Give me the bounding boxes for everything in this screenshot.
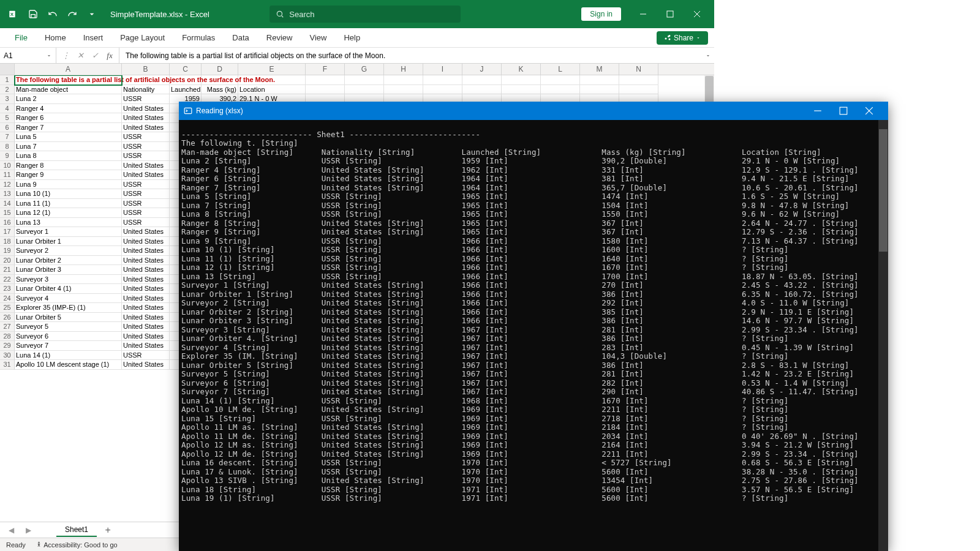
cell[interactable] [619, 75, 658, 85]
cell[interactable] [345, 75, 384, 85]
tab-data[interactable]: Data [224, 29, 257, 46]
cell[interactable]: United States [122, 265, 170, 275]
col-header-N[interactable]: N [619, 64, 658, 75]
row-header[interactable]: 11 [0, 170, 15, 180]
cell[interactable]: Luna 12 (1) [15, 208, 122, 218]
cell[interactable] [345, 85, 384, 95]
row-header[interactable]: 9 [0, 151, 15, 161]
cell[interactable] [306, 75, 345, 85]
row-header[interactable]: 22 [0, 275, 15, 285]
cell[interactable]: Luna 2 [15, 94, 122, 104]
row-header[interactable]: 18 [0, 237, 15, 247]
row-header[interactable]: 17 [0, 227, 15, 237]
cell[interactable]: Lunar Orbiter 3 [15, 265, 122, 275]
cell[interactable]: Luna 9 [15, 180, 122, 190]
col-header-C[interactable]: C [170, 64, 202, 75]
cell[interactable]: Lunar Orbiter 1 [15, 237, 122, 247]
cell[interactable]: Nationality [122, 85, 170, 95]
row-header[interactable]: 26 [0, 313, 15, 323]
cell[interactable]: USSR [122, 208, 170, 218]
row-header[interactable]: 3 [0, 94, 15, 104]
col-header-A[interactable]: A [15, 64, 122, 75]
add-sheet-button[interactable]: + [102, 524, 114, 536]
cell[interactable] [502, 75, 541, 85]
sheet-prev-icon[interactable]: ◀ [5, 524, 17, 536]
row-header[interactable]: 15 [0, 208, 15, 218]
cell[interactable]: United States [122, 256, 170, 266]
cell[interactable]: Ranger 4 [15, 104, 122, 114]
cell[interactable]: USSR [122, 142, 170, 152]
cell[interactable]: USSR [122, 189, 170, 199]
qat-dropdown-icon[interactable] [83, 6, 100, 23]
col-header-K[interactable]: K [502, 64, 541, 75]
tab-view[interactable]: View [301, 29, 335, 46]
cell[interactable] [423, 85, 462, 95]
cell[interactable] [423, 75, 462, 85]
cell[interactable]: Ranger 8 [15, 161, 122, 171]
tab-review[interactable]: Review [258, 29, 301, 46]
cell[interactable]: USSR [122, 151, 170, 161]
cancel-icon[interactable]: ✕ [74, 49, 87, 62]
cell[interactable]: USSR [122, 132, 170, 142]
excel-logo-icon[interactable]: X [5, 6, 22, 23]
row-header[interactable]: 12 [0, 180, 15, 190]
cell[interactable]: Luna 13 [15, 218, 122, 228]
cell[interactable]: USSR [122, 94, 170, 104]
sheet-next-icon[interactable]: ▶ [22, 524, 34, 536]
undo-icon[interactable] [44, 6, 61, 23]
maximize-button[interactable] [658, 6, 682, 23]
tab-insert[interactable]: Insert [75, 29, 112, 46]
cell[interactable]: Luna 7 [15, 142, 122, 152]
cell[interactable]: United States [122, 170, 170, 180]
cell[interactable]: Luna 11 (1) [15, 199, 122, 209]
col-header-E[interactable]: E [238, 64, 306, 75]
cell[interactable]: United States [122, 123, 170, 133]
row-header[interactable]: 28 [0, 332, 15, 342]
row-header[interactable]: 6 [0, 123, 15, 133]
formula-dropdown-icon[interactable]: ⋮ [59, 49, 72, 62]
share-button[interactable]: Share [657, 31, 708, 45]
cell[interactable]: United States [122, 113, 170, 123]
cell[interactable]: United States [122, 294, 170, 304]
col-header-G[interactable]: G [345, 64, 384, 75]
cell[interactable] [580, 85, 619, 95]
save-icon[interactable] [24, 6, 42, 23]
cell[interactable] [580, 75, 619, 85]
name-box[interactable]: A1 [0, 48, 56, 63]
signin-button[interactable]: Sign in [581, 7, 621, 21]
row-header[interactable]: 20 [0, 256, 15, 266]
cell[interactable]: Lunar Orbiter 2 [15, 256, 122, 266]
close-button[interactable] [685, 6, 709, 23]
cell[interactable]: Luna 8 [15, 151, 122, 161]
row-header[interactable]: 21 [0, 265, 15, 275]
tab-help[interactable]: Help [335, 29, 369, 46]
cell[interactable]: Ranger 6 [15, 113, 122, 123]
cell[interactable]: Luna 10 (1) [15, 189, 122, 199]
tab-file[interactable]: File [6, 29, 36, 46]
cell[interactable]: Lunar Orbiter 4 (1) [15, 284, 122, 294]
row-header[interactable]: 25 [0, 303, 15, 313]
col-header-H[interactable]: H [384, 64, 423, 75]
col-header-F[interactable]: F [306, 64, 345, 75]
row-header[interactable]: 27 [0, 322, 15, 332]
cell[interactable]: United States [122, 237, 170, 247]
cell[interactable]: Apollo 10 LM descent stage (1) [15, 360, 122, 370]
cell[interactable]: Location [238, 85, 306, 95]
row-header[interactable]: 29 [0, 341, 15, 351]
cell[interactable]: United States [122, 275, 170, 285]
confirm-icon[interactable]: ✓ [88, 49, 102, 62]
cell[interactable]: Surveyor 7 [15, 341, 122, 351]
cell[interactable]: USSR [122, 218, 170, 228]
terminal-titlebar[interactable]: Reading (xlsx) [179, 102, 888, 120]
cell[interactable] [306, 85, 345, 95]
cell[interactable]: The following table is a partial list of… [15, 75, 122, 85]
fx-icon[interactable]: fx [103, 49, 116, 62]
cell[interactable] [541, 75, 580, 85]
terminal-maximize-button[interactable] [833, 102, 858, 119]
tab-page-layout[interactable]: Page Layout [111, 29, 173, 46]
cell[interactable] [541, 85, 580, 95]
cell[interactable]: United States [122, 332, 170, 342]
col-header-J[interactable]: J [462, 64, 502, 75]
cell[interactable]: USSR [122, 180, 170, 190]
tab-home[interactable]: Home [36, 29, 75, 46]
